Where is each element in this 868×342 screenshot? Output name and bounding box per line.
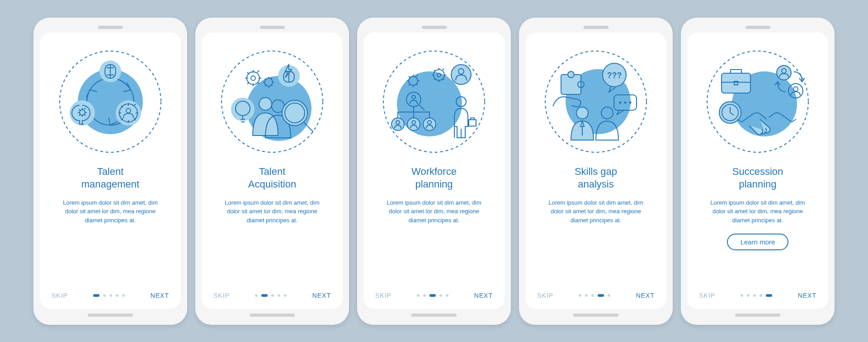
skip-button[interactable]: SKIP <box>699 292 715 299</box>
svg-point-56 <box>793 87 798 91</box>
phone-speaker <box>260 26 285 29</box>
page-indicator <box>741 294 772 297</box>
navigation-bar: SKIP NEXT <box>375 292 493 299</box>
navigation-bar: SKIP NEXT <box>537 292 655 299</box>
navigation-bar: SKIP NEXT <box>699 292 816 299</box>
svg-rect-52 <box>722 73 750 93</box>
dot-5[interactable] <box>608 294 610 297</box>
screen-title: Talentmanagement <box>81 165 139 191</box>
dot-1[interactable] <box>741 294 743 297</box>
svg-point-12 <box>251 76 255 80</box>
skip-button[interactable]: SKIP <box>537 292 553 299</box>
svg-point-46 <box>624 101 627 103</box>
skip-button[interactable]: SKIP <box>213 292 230 299</box>
dot-1[interactable] <box>579 294 581 297</box>
dot-2[interactable] <box>423 294 426 297</box>
page-indicator <box>579 294 610 297</box>
svg-point-47 <box>629 101 632 103</box>
learn-more-button[interactable]: Learn more <box>727 234 789 250</box>
svg-point-45 <box>619 101 622 103</box>
phone-home-bar <box>411 314 457 317</box>
dot-4[interactable] <box>116 294 118 297</box>
dot-1[interactable] <box>255 294 258 297</box>
screen-title: Workforceplanning <box>411 165 457 191</box>
talent-management-icon <box>58 50 162 154</box>
page-indicator <box>93 294 125 297</box>
dot-5[interactable] <box>284 294 287 297</box>
talent-acquisition-icon <box>220 50 324 154</box>
navigation-bar: SKIP NEXT <box>213 292 331 299</box>
phone-speaker <box>98 26 123 29</box>
page-indicator <box>255 294 287 297</box>
phone-speaker <box>745 26 770 29</box>
dot-4[interactable] <box>760 294 762 297</box>
next-button[interactable]: NEXT <box>312 292 331 299</box>
dot-3[interactable] <box>271 294 274 297</box>
screen-description: Lorem ipsum dolor sit dim amet, dim dolo… <box>213 198 331 225</box>
phone-mockup: Successionplanning Lorem ipsum dolor sit… <box>681 18 835 325</box>
dot-5[interactable] <box>122 294 125 297</box>
dot-4[interactable] <box>278 294 280 297</box>
dot-1[interactable] <box>93 294 99 297</box>
onboarding-screen-5: Successionplanning Lorem ipsum dolor sit… <box>687 33 828 309</box>
svg-rect-36 <box>469 120 476 126</box>
screen-title: Skills gapanalysis <box>575 165 617 191</box>
dot-3[interactable] <box>429 294 436 297</box>
screen-description: Lorem ipsum dolor sit dim amet, dim dolo… <box>52 198 169 225</box>
phone-mockup: Talentmanagement Lorem ipsum dolor sit d… <box>33 18 187 325</box>
dot-3[interactable] <box>591 294 594 297</box>
next-button[interactable]: NEXT <box>151 292 169 299</box>
phone-mockup: TalentAcquisition Lorem ipsum dolor sit … <box>195 18 349 325</box>
phone-mockup: Workforceplanning Lorem ipsum dolor sit … <box>357 18 511 325</box>
dot-3[interactable] <box>109 294 112 297</box>
screen-title: TalentAcquisition <box>248 165 296 191</box>
dot-4[interactable] <box>439 294 442 297</box>
dot-5[interactable] <box>766 294 772 297</box>
onboarding-screen-1: Talentmanagement Lorem ipsum dolor sit d… <box>40 33 181 309</box>
phone-speaker <box>584 26 609 29</box>
phone-home-bar <box>573 314 618 317</box>
dot-4[interactable] <box>598 294 604 297</box>
svg-point-48 <box>576 107 588 119</box>
screen-description: Lorem ipsum dolor sit dim amet, dim dolo… <box>375 198 493 225</box>
onboarding-screen-2: TalentAcquisition Lorem ipsum dolor sit … <box>202 33 343 309</box>
phone-home-bar <box>735 314 780 317</box>
svg-text:???: ??? <box>607 71 622 80</box>
phone-home-bar <box>250 314 295 317</box>
screen-description: Lorem ipsum dolor sit dim amet, dim dolo… <box>537 198 655 225</box>
screen-title: Successionplanning <box>732 165 783 191</box>
screen-description: Lorem ipsum dolor sit dim amet, dim dolo… <box>699 198 816 225</box>
navigation-bar: SKIP NEXT <box>52 292 169 299</box>
skip-button[interactable]: SKIP <box>52 292 68 299</box>
page-indicator <box>417 294 448 297</box>
dot-2[interactable] <box>261 294 268 297</box>
phone-speaker <box>422 26 447 29</box>
onboarding-screen-4: ??? Skills gapanalysis Lorem ipsum dolor… <box>525 33 666 309</box>
dot-2[interactable] <box>103 294 106 297</box>
next-button[interactable]: NEXT <box>474 292 493 299</box>
workforce-planning-icon <box>382 50 486 154</box>
dot-3[interactable] <box>753 294 756 297</box>
phone-mockup: ??? Skills gapanalysis Lorem ipsum dolor… <box>519 18 673 325</box>
skip-button[interactable]: SKIP <box>375 292 392 299</box>
next-button[interactable]: NEXT <box>636 292 655 299</box>
succession-planning-icon <box>706 50 810 154</box>
next-button[interactable]: NEXT <box>798 292 816 299</box>
svg-point-40 <box>568 71 574 78</box>
dot-2[interactable] <box>747 294 750 297</box>
onboarding-screen-3: Workforceplanning Lorem ipsum dolor sit … <box>363 33 505 309</box>
svg-point-15 <box>259 98 272 110</box>
skills-gap-analysis-icon: ??? <box>544 50 648 154</box>
phone-home-bar <box>88 314 133 317</box>
dot-1[interactable] <box>417 294 420 297</box>
dot-2[interactable] <box>585 294 588 297</box>
dot-5[interactable] <box>446 294 448 297</box>
